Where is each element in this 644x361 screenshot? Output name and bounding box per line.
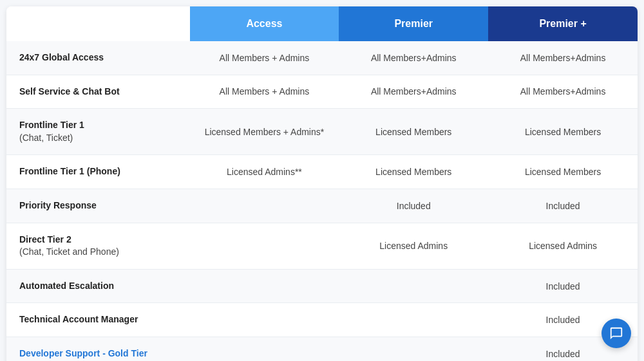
feature-cell: Technical Account Manager	[6, 303, 190, 337]
premier-cell	[339, 303, 488, 337]
chat-button[interactable]	[601, 319, 631, 348]
feature-cell: Frontline Tier 1 (Phone)	[6, 155, 190, 189]
premier-plus-cell: All Members+Admins	[488, 41, 638, 75]
feature-cell: Priority Response	[6, 189, 190, 223]
premier-plus-cell: Licensed Members	[488, 109, 638, 155]
access-cell	[190, 269, 339, 303]
access-cell	[190, 223, 339, 269]
chat-icon	[609, 326, 623, 340]
feature-main-text: Self Service & Chat Bot	[19, 86, 120, 97]
premier-plus-cell: All Members+Admins	[488, 75, 638, 109]
premier-cell: All Members+Admins	[339, 75, 488, 109]
premier-plus-cell: Included	[488, 189, 638, 223]
header-access: Access	[190, 6, 339, 41]
access-cell: All Members + Admins	[190, 75, 339, 109]
pricing-table: Access Premier Premier + 24x7 Global Acc…	[6, 6, 638, 361]
table-row: Technical Account ManagerIncluded	[6, 303, 638, 337]
premier-cell	[339, 337, 488, 361]
access-cell	[190, 189, 339, 223]
table-row: Developer Support - Gold TierIncluded	[6, 337, 638, 361]
premier-plus-cell: Licensed Members	[488, 155, 638, 189]
feature-main-text: Technical Account Manager	[19, 314, 138, 324]
premier-plus-cell: Included	[488, 269, 638, 303]
feature-cell: Developer Support - Gold Tier	[6, 337, 190, 361]
feature-cell: Automated Escalation	[6, 269, 190, 303]
feature-main-text: Frontline Tier 1 (Phone)	[19, 166, 120, 176]
table-row: Automated EscalationIncluded	[6, 269, 638, 303]
premier-cell: Licensed Members	[339, 155, 488, 189]
premier-cell: All Members+Admins	[339, 41, 488, 75]
table-row: Frontline Tier 1 (Phone)Licensed Admins*…	[6, 155, 638, 189]
access-cell: All Members + Admins	[190, 41, 339, 75]
feature-link[interactable]: Developer Support - Gold Tier	[19, 348, 147, 358]
access-cell: Licensed Admins**	[190, 155, 339, 189]
feature-main-text: Automated Escalation	[19, 281, 114, 291]
table-row: Frontline Tier 1(Chat, Ticket)Licensed M…	[6, 109, 638, 155]
premier-cell: Licensed Admins	[339, 223, 488, 269]
feature-cell: Frontline Tier 1(Chat, Ticket)	[6, 109, 190, 155]
feature-sub-text: (Chat, Ticket and Phone)	[19, 246, 177, 259]
access-cell	[190, 303, 339, 337]
feature-cell: Self Service & Chat Bot	[6, 75, 190, 109]
premier-plus-cell: Licensed Admins	[488, 223, 638, 269]
feature-cell: Direct Tier 2(Chat, Ticket and Phone)	[6, 223, 190, 269]
header-premier: Premier	[339, 6, 488, 41]
header-feature	[6, 6, 190, 41]
feature-main-text: Frontline Tier 1	[19, 120, 84, 130]
access-cell: Licensed Members + Admins*	[190, 109, 339, 155]
feature-main-text: 24x7 Global Access	[19, 52, 104, 62]
feature-main-text: Direct Tier 2	[19, 234, 71, 245]
header-premier-plus: Premier +	[488, 6, 638, 41]
table-row: Self Service & Chat BotAll Members + Adm…	[6, 75, 638, 109]
premier-cell	[339, 269, 488, 303]
feature-main-text: Priority Response	[19, 200, 97, 210]
access-cell	[190, 337, 339, 361]
premier-cell: Included	[339, 189, 488, 223]
feature-sub-text: (Chat, Ticket)	[19, 132, 177, 145]
table-row: Direct Tier 2(Chat, Ticket and Phone)Lic…	[6, 223, 638, 269]
table-row: Priority ResponseIncludedIncluded	[6, 189, 638, 223]
feature-cell: 24x7 Global Access	[6, 41, 190, 75]
table-row: 24x7 Global AccessAll Members + AdminsAl…	[6, 41, 638, 75]
premier-cell: Licensed Members	[339, 109, 488, 155]
